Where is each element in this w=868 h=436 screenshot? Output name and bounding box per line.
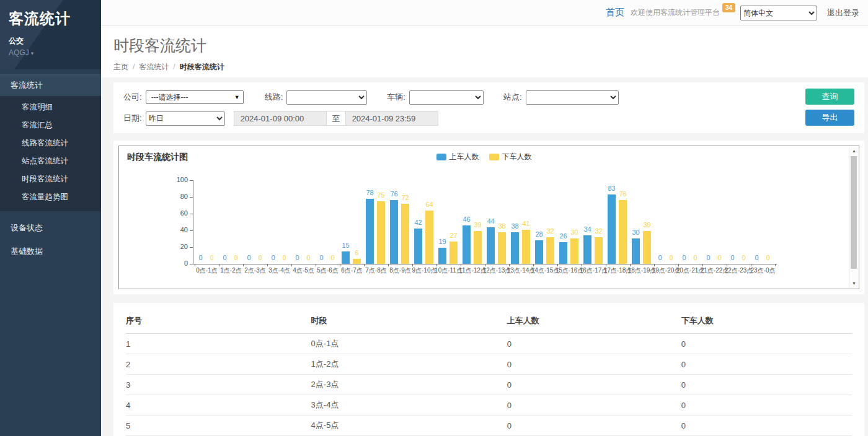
table-row: 10点-1点00 [126,334,852,354]
breadcrumb-parent[interactable]: 客流统计 [139,63,169,71]
date-start-input[interactable] [234,111,327,126]
chart-bar [377,201,385,264]
logout-link[interactable]: 退出登录 [827,7,859,19]
home-link[interactable]: 首页 [606,7,624,19]
sidebar-menu: 客流统计客流明细客流汇总线路客流统计站点客流统计时段客流统计客流量趋势图设备状态… [0,74,101,262]
y-tick-label: 100 [167,176,188,183]
scroll-down-icon[interactable]: ▼ [849,279,859,288]
company-label: 公司: [123,92,142,103]
sidebar-item-基础数据[interactable]: 基础数据 [0,241,101,262]
table-header-时段: 时段 [311,310,507,334]
query-button[interactable]: 查询 [805,89,854,105]
chart-bar [619,200,627,264]
y-tick-label: 0 [167,259,188,267]
chart-bar [535,240,543,264]
table-cell: 1 [126,334,311,354]
sidebar-subitem-客流量趋势图[interactable]: 客流量趋势图 [0,188,101,206]
table-cell: 0 [681,334,852,354]
table-cell: 0点-1点 [311,334,507,354]
data-table: 序号时段上车人数下车人数 10点-1点0021点-2点0032点-3点0043点… [126,310,852,436]
bar-value-label: 27 [445,232,462,239]
date-range-to-label: 至 [327,111,345,126]
legend-item-上车人数[interactable]: 上车人数 [436,152,479,162]
table-cell: 0 [681,395,852,416]
scroll-up-icon[interactable]: ▲ [849,147,859,155]
sidebar-header: 客流统计 公交 AQGJ▾ [0,0,101,69]
page-title: 时段客流统计 [113,35,868,56]
chart-bar [474,231,482,264]
sidebar-subitem-站点客流统计[interactable]: 站点客流统计 [0,152,101,170]
bar-value-label: 64 [421,201,438,208]
table-cell: 4点-5点 [311,416,507,436]
chart-bar [498,232,506,264]
chart-bar [366,199,374,264]
export-button[interactable]: 导出 [805,110,854,126]
table-cell: 5 [126,416,311,436]
chart-bar [511,232,519,264]
y-tick-label: 80 [167,193,188,200]
table-cell: 2点-3点 [311,375,507,395]
y-tick [190,180,193,181]
scrollbar-thumb[interactable] [851,156,857,269]
language-select[interactable]: 简体中文 [740,6,817,20]
y-tick [190,264,193,264]
chart-legend: 上车人数下车人数 [119,152,849,162]
filter-row-1: 公司: ---请选择--- ▼ 线路: 车辆: 站点: [123,90,854,105]
bar-value-label: 39 [639,221,655,229]
breadcrumb: 主页/客流统计/时段客流统计 [113,62,868,72]
sidebar-subitem-线路客流统计[interactable]: 线路客流统计 [0,134,101,152]
chart-bar [425,211,433,264]
chart-panel: 0204060801000点-1点001点-2点002点-3点003点-4点00… [113,141,864,294]
y-tick-label: 40 [167,226,188,233]
legend-item-下车人数[interactable]: 下车人数 [489,152,532,162]
bar-value-label: 72 [397,194,414,201]
table-cell: 3 [126,375,311,395]
sidebar-subitem-客流明细[interactable]: 客流明细 [0,98,101,116]
bar-value-label: 76 [614,190,631,198]
sidebar-item-设备状态[interactable]: 设备状态 [0,217,101,238]
chart-bar [608,194,616,264]
line-select[interactable] [286,90,367,105]
legend-label: 上车人数 [450,152,479,162]
table-cell: 2 [126,354,311,375]
table-cell: 4 [126,395,311,416]
sidebar-subitem-时段客流统计[interactable]: 时段客流统计 [0,170,101,188]
filter-row-2: 日期: 昨日 至 [123,111,854,126]
breadcrumb-separator: / [133,63,135,71]
legend-swatch [489,154,499,160]
table-row: 54点-5点00 [126,416,852,436]
chart-bar [450,242,458,264]
chart-bar [559,242,567,264]
table-cell: 3点-4点 [311,395,507,416]
y-tick [190,197,193,198]
user-menu[interactable]: AQGJ▾ [9,48,92,57]
chart-bar [546,237,554,264]
sidebar-item-客流统计[interactable]: 客流统计 [0,74,101,96]
table-cell: 0 [507,416,681,436]
company-select[interactable]: ---请选择--- ▼ [146,90,244,104]
y-tick-label: 20 [167,243,188,250]
chart-bar [595,237,603,264]
data-table-panel: 序号时段上车人数下车人数 10点-1点0021点-2点0032点-3点0043点… [113,303,864,436]
table-cell: 0 [681,354,852,375]
top-navbar: 首页 欢迎使用客流统计管理平台 34 简体中文 退出登录 [101,0,868,26]
vehicle-select[interactable] [409,90,484,105]
breadcrumb-separator: / [173,63,175,71]
caret-down-icon: ▼ [234,94,240,100]
vehicle-label: 车辆: [387,92,405,103]
breadcrumb-home[interactable]: 主页 [113,63,128,71]
chart-box: 0204060801000点-1点001点-2点002点-3点003点-4点00… [118,146,859,289]
company-select-value: ---请选择--- [151,92,188,103]
table-cell: 0 [681,375,852,395]
date-preset-select[interactable]: 昨日 [146,111,225,126]
chart-plot: 0204060801000点-1点001点-2点002点-3点003点-4点00… [119,146,859,289]
date-end-input[interactable] [345,111,438,126]
table-header-row: 序号时段上车人数下车人数 [126,310,852,334]
table-header-序号: 序号 [126,310,311,334]
date-label: 日期: [123,113,142,124]
chart-scrollbar[interactable]: ▲ ▼ [849,147,858,288]
sidebar-subitem-客流汇总[interactable]: 客流汇总 [0,116,101,134]
chart-bar [390,200,398,264]
filter-panel: 公司: ---请选择--- ▼ 线路: 车辆: 站点: 日期: 昨日 至 查询 [113,82,864,133]
station-select[interactable] [526,90,619,105]
